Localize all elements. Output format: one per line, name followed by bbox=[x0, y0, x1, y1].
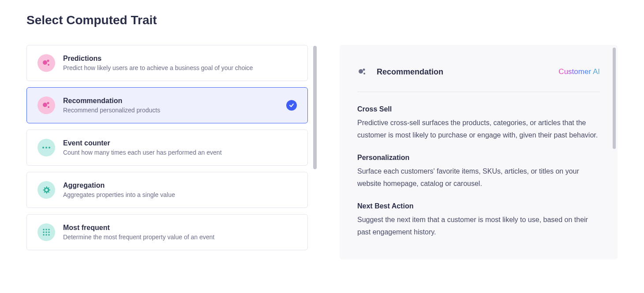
svg-point-3 bbox=[43, 103, 47, 107]
trait-list: Predictions Predict how likely users are… bbox=[26, 45, 313, 250]
trait-card-most-frequent[interactable]: Most frequent Determine the most frequen… bbox=[26, 214, 308, 250]
detail-section-title: Next Best Action bbox=[357, 202, 600, 210]
detail-section-description: Suggest the next item that a customer is… bbox=[357, 214, 600, 238]
trait-card-recommendation[interactable]: Recommendation Recommend personalized pr… bbox=[26, 87, 308, 123]
svg-point-9 bbox=[45, 189, 48, 191]
svg-point-7 bbox=[45, 147, 47, 148]
detail-section-cross-sell: Cross Sell Predictive cross-sell surface… bbox=[357, 105, 600, 141]
detail-header-left: Recommendation bbox=[357, 67, 443, 77]
molecule-icon bbox=[37, 96, 55, 114]
trait-title: Recommendation bbox=[63, 97, 286, 105]
detail-header: Recommendation Customer AI bbox=[357, 67, 600, 92]
molecule-icon bbox=[357, 67, 367, 77]
trait-list-column: Predictions Predict how likely users are… bbox=[26, 45, 313, 260]
detail-panel: Recommendation Customer AI Cross Sell Pr… bbox=[340, 45, 618, 260]
svg-point-4 bbox=[47, 102, 49, 104]
svg-point-16 bbox=[43, 234, 45, 236]
scrollbar[interactable] bbox=[613, 48, 616, 149]
customer-ai-badge: Customer AI bbox=[558, 67, 600, 76]
trait-content: Recommendation Recommend personalized pr… bbox=[63, 97, 286, 114]
trait-description: Determine the most frequent property val… bbox=[63, 234, 297, 241]
svg-point-17 bbox=[45, 234, 47, 236]
scrollbar[interactable] bbox=[313, 46, 317, 169]
dots-grid-icon bbox=[37, 223, 55, 241]
trait-content: Aggregation Aggregates properties into a… bbox=[63, 182, 297, 198]
trait-content: Predictions Predict how likely users are… bbox=[63, 55, 297, 71]
svg-point-10 bbox=[43, 229, 45, 230]
svg-point-14 bbox=[45, 231, 47, 233]
dots-horizontal-icon bbox=[37, 139, 55, 156]
svg-point-8 bbox=[49, 147, 50, 148]
detail-section-description: Surface each customers' favorite items, … bbox=[357, 165, 600, 190]
page-title: Select Computed Trait bbox=[26, 13, 618, 27]
trait-card-event-counter[interactable]: Event counter Count how many times each … bbox=[26, 130, 308, 166]
trait-title: Most frequent bbox=[63, 224, 297, 232]
svg-point-5 bbox=[48, 106, 49, 108]
trait-title: Event counter bbox=[63, 139, 297, 147]
svg-point-13 bbox=[43, 231, 45, 233]
detail-section-title: Cross Sell bbox=[357, 105, 600, 113]
svg-point-19 bbox=[359, 69, 363, 74]
check-icon bbox=[286, 100, 297, 111]
trait-description: Aggregates properties into a single valu… bbox=[63, 191, 297, 198]
svg-point-1 bbox=[47, 60, 49, 62]
trait-description: Predict how likely users are to achieve … bbox=[63, 64, 297, 71]
detail-section-description: Predictive cross-sell surfaces the produ… bbox=[357, 117, 600, 141]
trait-description: Count how many times each user has perfo… bbox=[63, 149, 297, 156]
svg-point-15 bbox=[48, 231, 50, 233]
detail-section-personalization: Personalization Surface each customers' … bbox=[357, 154, 600, 190]
detail-section-next-best-action: Next Best Action Suggest the next item t… bbox=[357, 202, 600, 238]
trait-content: Most frequent Determine the most frequen… bbox=[63, 224, 297, 241]
trait-description: Recommend personalized products bbox=[63, 107, 286, 114]
trait-title: Predictions bbox=[63, 55, 297, 63]
gear-icon bbox=[37, 181, 55, 199]
svg-point-0 bbox=[43, 60, 47, 65]
trait-card-aggregation[interactable]: Aggregation Aggregates properties into a… bbox=[26, 172, 308, 208]
svg-point-20 bbox=[363, 69, 365, 71]
trait-content: Event counter Count how many times each … bbox=[63, 139, 297, 156]
detail-title: Recommendation bbox=[377, 67, 443, 77]
molecule-icon bbox=[37, 54, 55, 72]
svg-point-11 bbox=[45, 229, 47, 230]
svg-point-12 bbox=[48, 229, 50, 230]
trait-card-predictions[interactable]: Predictions Predict how likely users are… bbox=[26, 45, 308, 81]
svg-point-21 bbox=[363, 73, 365, 74]
main-container: Predictions Predict how likely users are… bbox=[26, 45, 618, 260]
svg-point-6 bbox=[42, 147, 44, 148]
trait-title: Aggregation bbox=[63, 182, 297, 189]
svg-point-18 bbox=[48, 234, 50, 236]
svg-point-2 bbox=[48, 64, 49, 66]
detail-section-title: Personalization bbox=[357, 154, 600, 162]
